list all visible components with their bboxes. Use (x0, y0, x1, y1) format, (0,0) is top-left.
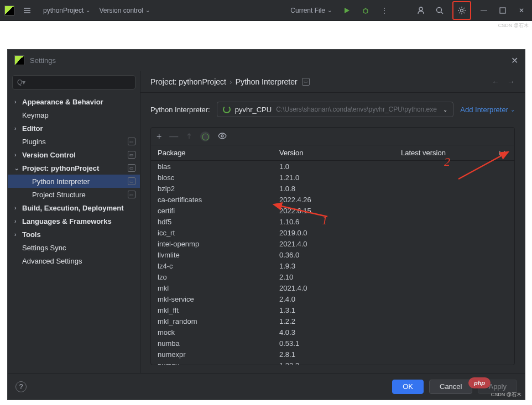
dialog-header: Settings ✕ (8, 50, 525, 71)
project-selector[interactable]: pythonProject ⌄ (41, 6, 92, 15)
csdn-watermark: CSDN @石木 (491, 391, 521, 398)
table-row[interactable]: hdf51.10.6 (151, 216, 514, 227)
table-row[interactable]: numexpr2.8.1 (151, 349, 514, 360)
sidebar-item-settings-sync[interactable]: Settings Sync (8, 241, 140, 254)
nav-back-button[interactable]: ← (492, 77, 499, 86)
settings-highlight (452, 1, 471, 20)
svg-point-3 (461, 9, 463, 12)
table-row[interactable]: numba0.53.1 (151, 338, 514, 349)
table-row[interactable]: icc_rt2019.0.0 (151, 227, 514, 238)
package-panel: + — ◯ Package Version Latest version (150, 127, 515, 365)
table-row[interactable]: lzo2.10 (151, 271, 514, 282)
table-row[interactable]: blas1.0 (151, 161, 514, 172)
sidebar-item-plugins[interactable]: Plugins▭ (8, 135, 140, 148)
package-name: mkl-service (158, 295, 279, 303)
sidebar-item-tools[interactable]: ›Tools (8, 228, 140, 241)
cancel-button[interactable]: Cancel (429, 380, 472, 394)
sidebar-item-languages[interactable]: ›Languages & Frameworks (8, 214, 140, 228)
close-icon[interactable]: ✕ (515, 4, 528, 17)
sidebar-item-vcs[interactable]: ›Version Control▭ (8, 148, 140, 161)
nav-forward-button[interactable]: → (507, 77, 515, 86)
settings-sidebar: Q▾ ›Appearance & Behavior Keymap ›Editor… (8, 71, 140, 373)
php-watermark: php (468, 377, 491, 388)
more-button[interactable]: ⋮ (378, 4, 390, 17)
interpreter-dropdown[interactable]: pyvhr_CPU C:\Users\shaonan\.conda\envs\p… (217, 102, 454, 117)
table-row[interactable]: blosc1.21.0 (151, 172, 514, 183)
settings-search[interactable]: Q▾ (12, 75, 135, 90)
scope-badge-icon: ▭ (128, 138, 135, 145)
scope-badge-icon: ▭ (128, 164, 135, 172)
package-version: 1.3.1 (279, 306, 401, 314)
chevron-down-icon: ⌄ (443, 107, 447, 113)
vcs-selector[interactable]: Version control ⌄ (97, 6, 152, 15)
sidebar-item-python-interpreter[interactable]: Python Interpreter▭ (8, 175, 140, 188)
annotation-label-1: 1 (322, 214, 327, 227)
table-row[interactable]: lz4-c1.9.3 (151, 260, 514, 271)
search-icon[interactable] (434, 4, 446, 17)
interpreter-path: C:\Users\shaonan\.conda\envs\pyvhr_CPU\p… (276, 106, 437, 113)
svg-point-2 (437, 7, 442, 12)
pycharm-logo-icon (14, 55, 24, 65)
table-row[interactable]: mkl2021.4.0 (151, 282, 514, 293)
debug-button[interactable] (359, 4, 372, 17)
table-row[interactable]: mkl_fft1.3.1 (151, 304, 514, 315)
package-version: 1.9.3 (279, 262, 401, 270)
sidebar-item-appearance[interactable]: ›Appearance & Behavior (8, 95, 140, 108)
package-name: numba (158, 339, 279, 348)
run-config-selector[interactable]: Current File ⌄ (288, 6, 334, 15)
package-name: lz4-c (158, 262, 279, 270)
account-icon[interactable] (415, 4, 427, 17)
settings-gear-button[interactable] (456, 4, 468, 17)
sidebar-item-project-structure[interactable]: Project Structure▭ (8, 188, 140, 201)
add-interpreter-button[interactable]: Add Interpreter ⌄ (460, 106, 515, 114)
remove-package-button[interactable]: — (169, 132, 178, 141)
show-early-releases-button[interactable] (218, 132, 227, 141)
package-name: mkl (158, 284, 279, 292)
interpreter-name: pyvhr_CPU (235, 106, 272, 114)
add-package-button[interactable]: + (157, 132, 161, 141)
annotation-label-2: 2 (444, 155, 450, 169)
search-input[interactable] (28, 78, 131, 86)
table-row[interactable]: certifi2022.6.15 (151, 205, 514, 216)
chevron-down-icon: ⌄ (510, 107, 515, 113)
package-version: 1.10.6 (279, 218, 401, 226)
table-row[interactable]: llvmlite0.36.0 (151, 249, 514, 260)
table-row[interactable]: mock4.0.3 (151, 327, 514, 338)
package-version: 2021.4.0 (279, 240, 401, 248)
package-version: 1.2.2 (279, 317, 401, 325)
help-button[interactable]: ? (15, 381, 27, 392)
package-version: 2022.6.15 (279, 207, 401, 215)
project-name: pythonProject (43, 7, 84, 14)
table-row[interactable]: numpy1.22.3 (151, 360, 514, 365)
run-button[interactable] (341, 4, 353, 17)
loading-spinner-icon (499, 150, 505, 156)
sidebar-item-advanced[interactable]: Advanced Settings (8, 254, 140, 267)
package-name: blosc (158, 173, 279, 182)
main-toolbar: pythonProject ⌄ Version control ⌄ Curren… (0, 0, 532, 21)
close-dialog-button[interactable]: ✕ (511, 55, 518, 66)
sidebar-item-project[interactable]: ⌄Project: pythonProject▭ (8, 161, 140, 175)
scope-badge-icon: ▭ (128, 177, 135, 185)
package-name: mkl_random (158, 317, 279, 325)
hamburger-icon[interactable] (21, 4, 33, 17)
vcs-label: Version control (99, 7, 143, 14)
table-row[interactable]: bzip21.0.8 (151, 183, 514, 194)
maximize-icon[interactable] (497, 4, 509, 17)
loading-spinner-icon (223, 106, 231, 113)
table-row[interactable]: intel-openmp2021.4.0 (151, 238, 514, 249)
sidebar-item-editor[interactable]: ›Editor (8, 122, 140, 135)
table-row[interactable]: ca-certificates2022.4.26 (151, 194, 514, 205)
column-package: Package (158, 149, 279, 157)
sidebar-item-keymap[interactable]: Keymap (8, 108, 140, 122)
sidebar-item-build[interactable]: ›Build, Execution, Deployment (8, 201, 140, 214)
conda-toggle-button[interactable]: ◯ (200, 132, 210, 141)
chevron-down-icon: ⌄ (145, 7, 150, 13)
table-row[interactable]: mkl-service2.4.0 (151, 293, 514, 304)
minimize-icon[interactable]: — (478, 4, 490, 17)
ok-button[interactable]: OK (392, 380, 424, 394)
package-name: ca-certificates (158, 196, 279, 204)
search-icon: Q▾ (17, 78, 25, 86)
table-row[interactable]: mkl_random1.2.2 (151, 315, 514, 327)
upgrade-package-button[interactable] (186, 132, 192, 141)
package-name: numexpr (158, 350, 279, 359)
